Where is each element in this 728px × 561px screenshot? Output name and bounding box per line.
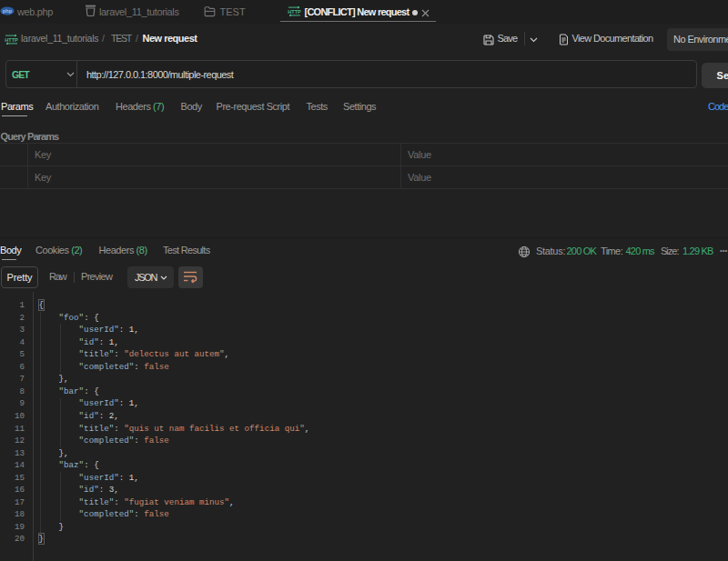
svg-text:HTTP: HTTP (288, 8, 301, 14)
svg-text:HTTP: HTTP (5, 37, 18, 43)
svg-text:php: php (3, 8, 13, 14)
